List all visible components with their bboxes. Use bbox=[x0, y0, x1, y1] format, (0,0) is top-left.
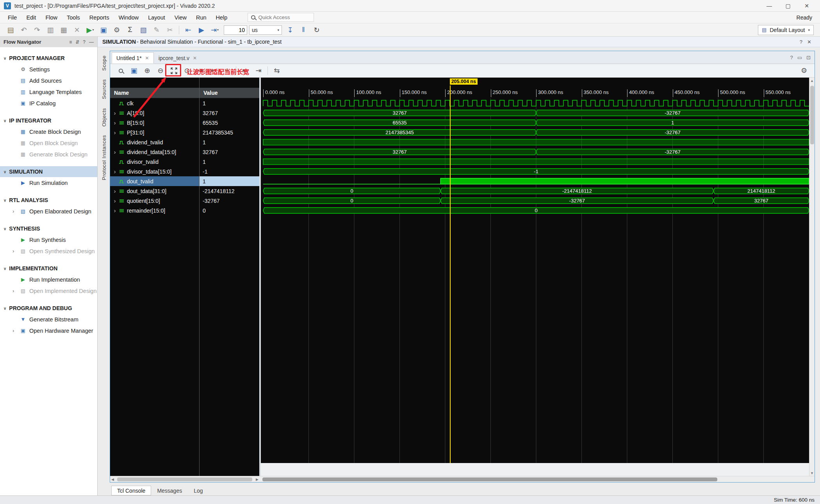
expand-icon[interactable]: › bbox=[112, 110, 117, 116]
side-tab-objects[interactable]: Objects bbox=[101, 108, 107, 127]
signal-name-row[interactable]: divisor_tvalid bbox=[110, 157, 199, 167]
restart-sim-icon[interactable]: ⇤ bbox=[182, 25, 195, 35]
redo-icon[interactable]: ↷ bbox=[30, 25, 44, 35]
signal-value[interactable]: 32767 bbox=[200, 108, 259, 118]
run-for-time-icon[interactable]: ↧ bbox=[283, 25, 297, 35]
flow-item-run-implementation[interactable]: ▶Run Implementation bbox=[0, 274, 97, 285]
scroll-left-icon[interactable]: ◀ bbox=[111, 477, 114, 481]
flow-section-simulation[interactable]: ∨SIMULATION bbox=[0, 166, 97, 177]
toolbar-toggle-icon[interactable]: ≡ bbox=[69, 39, 72, 45]
signal-value[interactable]: 2147385345 bbox=[200, 128, 259, 137]
flow-section-ip-integrator[interactable]: ∨IP INTEGRATOR bbox=[0, 115, 97, 126]
wave-settings-icon[interactable]: ⚙ bbox=[797, 66, 811, 76]
expand-icon[interactable]: › bbox=[112, 120, 117, 126]
float-window-icon[interactable]: ▭ bbox=[797, 55, 802, 60]
sim-time-input[interactable] bbox=[224, 25, 247, 35]
flow-item-run-synthesis[interactable]: ▶Run Synthesis bbox=[0, 234, 97, 245]
close-panel-icon[interactable]: ✕ bbox=[807, 39, 811, 45]
flow-item-language-templates[interactable]: ▥Language Templates bbox=[0, 86, 97, 98]
maximize-button[interactable]: ▢ bbox=[779, 0, 797, 11]
menu-file[interactable]: File bbox=[3, 13, 21, 22]
collapse-all-icon[interactable]: ⇵ bbox=[75, 39, 79, 45]
signal-value[interactable]: -32767 bbox=[200, 196, 259, 206]
quick-access-box[interactable] bbox=[248, 13, 314, 22]
probe-icon[interactable]: ✂ bbox=[163, 25, 176, 35]
flow-section-synthesis[interactable]: ∨SYNTHESIS bbox=[0, 223, 97, 234]
value-column-header[interactable]: Value bbox=[200, 88, 259, 98]
waveform-plot[interactable]: 0.000 ns50.000 ns100.000 ns150.000 ns200… bbox=[261, 78, 809, 476]
signal-name-row[interactable]: ›dividend_tdata[15:0] bbox=[110, 147, 199, 157]
run-flow-icon[interactable]: ▶▾ bbox=[84, 25, 97, 35]
minimize-button[interactable]: — bbox=[760, 0, 779, 11]
minimize-panel-icon[interactable]: — bbox=[89, 39, 94, 45]
zoom-in-icon[interactable]: ⊕ bbox=[141, 66, 154, 76]
relaunch-sim-icon[interactable]: ↻ bbox=[310, 25, 323, 35]
names-horizontal-scrollbar[interactable]: ◀ ▶ bbox=[110, 476, 260, 482]
flow-item-settings[interactable]: ⚙Settings bbox=[0, 64, 97, 75]
flow-item-open-hardware-manager[interactable]: ›▣Open Hardware Manager bbox=[0, 325, 97, 336]
signal-value[interactable]: 65535 bbox=[200, 118, 259, 128]
settings-gear-icon[interactable]: ⚙ bbox=[110, 25, 123, 35]
menu-view[interactable]: View bbox=[170, 13, 191, 22]
sum-icon[interactable]: Σ bbox=[123, 25, 137, 35]
expand-icon[interactable]: › bbox=[112, 198, 117, 204]
signal-value[interactable]: 0 bbox=[200, 206, 259, 215]
side-tab-protocol-instances[interactable]: Protocol Instances bbox=[101, 135, 107, 180]
bottom-tab-messages[interactable]: Messages bbox=[151, 486, 188, 495]
help-icon[interactable]: ? bbox=[800, 39, 802, 45]
find-icon[interactable] bbox=[114, 66, 127, 76]
scroll-down-icon[interactable]: ▼ bbox=[810, 470, 814, 476]
menu-help[interactable]: Help bbox=[211, 13, 232, 22]
flow-item-create-block-design[interactable]: ▦Create Block Design bbox=[0, 126, 97, 137]
plot-horizontal-scrollbar[interactable] bbox=[261, 476, 809, 482]
time-cursor[interactable] bbox=[450, 85, 451, 463]
signal-name-row[interactable]: dividend_tvalid bbox=[110, 137, 199, 147]
signal-value[interactable]: 1 bbox=[200, 157, 259, 167]
signal-value[interactable]: -1 bbox=[200, 167, 259, 176]
name-column-header[interactable]: Name bbox=[110, 88, 199, 98]
menu-tools[interactable]: Tools bbox=[62, 13, 85, 22]
vertical-scrollbar[interactable]: ▲ ▼ bbox=[809, 78, 815, 476]
vertical-scroll-thumb[interactable] bbox=[810, 86, 814, 144]
signal-name-row[interactable]: ›quotient[15:0] bbox=[110, 196, 199, 206]
side-tab-sources[interactable]: Sources bbox=[101, 79, 107, 99]
signal-value[interactable]: 32767 bbox=[200, 147, 259, 157]
run-all-icon[interactable]: ▶ bbox=[195, 25, 208, 35]
signal-name-row[interactable]: ›divisor_tdata[15:0] bbox=[110, 167, 199, 176]
signal-name-row[interactable]: ›dout_tdata[31:0] bbox=[110, 186, 199, 196]
sim-time-unit-select[interactable]: us ▾ bbox=[249, 25, 282, 35]
save-waveform-icon[interactable]: ▣ bbox=[127, 66, 141, 76]
editor-tab-untitled-1-[interactable]: Untitled 1*✕ bbox=[112, 52, 154, 64]
step-icon[interactable]: ⇥▾ bbox=[208, 25, 221, 35]
flow-item-open-elaborated-design[interactable]: ›▧Open Elaborated Design bbox=[0, 206, 97, 217]
expand-icon[interactable]: › bbox=[12, 288, 17, 294]
signal-value[interactable]: 1 bbox=[200, 137, 259, 147]
scroll-up-icon[interactable]: ▲ bbox=[810, 78, 814, 83]
flow-section-implementation[interactable]: ∨IMPLEMENTATION bbox=[0, 263, 97, 274]
maximize-window-icon[interactable]: ⊡ bbox=[806, 55, 811, 60]
signal-name-row[interactable]: ›remainder[15:0] bbox=[110, 206, 199, 215]
open-file-icon[interactable]: ▤ bbox=[4, 25, 17, 35]
signal-name-row[interactable]: ›B[15:0] bbox=[110, 118, 199, 128]
goto-time-end-icon[interactable]: ⇥ bbox=[252, 66, 265, 76]
signal-value[interactable]: 1 bbox=[200, 176, 259, 186]
names-scroll-thumb[interactable] bbox=[117, 477, 252, 481]
signal-name-row[interactable]: ›A[15:0] bbox=[110, 108, 199, 118]
plot-scroll-thumb[interactable] bbox=[262, 477, 717, 481]
side-tab-scope[interactable]: Scope bbox=[101, 55, 107, 71]
expand-icon[interactable]: › bbox=[12, 328, 17, 334]
menu-layout[interactable]: Layout bbox=[143, 13, 170, 22]
edit-icon[interactable]: ✎ bbox=[150, 25, 163, 35]
copy-icon[interactable]: ▥ bbox=[44, 25, 57, 35]
undo-icon[interactable]: ↶ bbox=[17, 25, 30, 35]
paste-icon[interactable]: ▦ bbox=[57, 25, 70, 35]
close-icon[interactable]: ✕ bbox=[193, 55, 197, 61]
flow-item-run-simulation[interactable]: ▶Run Simulation bbox=[0, 177, 97, 188]
menu-window[interactable]: Window bbox=[114, 13, 144, 22]
flow-section-rtl-analysis[interactable]: ∨RTL ANALYSIS bbox=[0, 195, 97, 206]
signal-name-row[interactable]: dout_tvalid bbox=[110, 176, 199, 186]
flow-item-generate-bitstream[interactable]: ▼Generate Bitstream bbox=[0, 314, 97, 325]
expand-icon[interactable]: › bbox=[112, 208, 117, 214]
scroll-right-icon[interactable]: ▶ bbox=[256, 477, 258, 481]
menu-reports[interactable]: Reports bbox=[85, 13, 114, 22]
